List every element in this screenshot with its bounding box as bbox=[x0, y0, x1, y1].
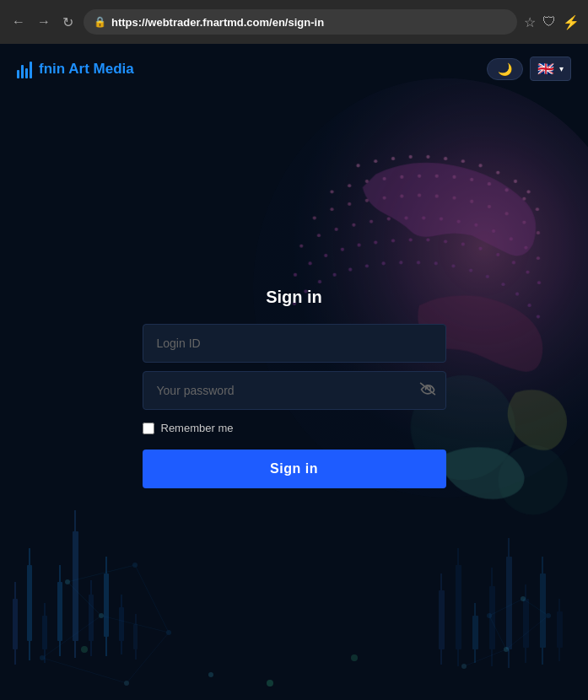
svg-point-8 bbox=[478, 164, 482, 167]
svg-point-17 bbox=[418, 175, 421, 178]
svg-point-54 bbox=[294, 273, 297, 277]
forward-button[interactable]: → bbox=[34, 13, 54, 31]
svg-point-164 bbox=[351, 654, 358, 661]
svg-point-74 bbox=[348, 267, 352, 271]
svg-rect-106 bbox=[90, 639, 92, 656]
browser-nav-buttons: ← → ↻ bbox=[8, 13, 77, 32]
svg-point-37 bbox=[522, 221, 526, 224]
svg-rect-89 bbox=[13, 599, 18, 649]
svg-rect-130 bbox=[508, 648, 510, 668]
svg-rect-117 bbox=[440, 573, 442, 592]
svg-rect-127 bbox=[491, 648, 493, 666]
remember-me-checkbox[interactable] bbox=[143, 423, 154, 434]
password-input[interactable] bbox=[143, 371, 446, 410]
svg-point-62 bbox=[426, 238, 429, 241]
svg-point-52 bbox=[524, 246, 527, 250]
logo-bars-icon bbox=[17, 60, 32, 78]
svg-rect-139 bbox=[558, 646, 560, 661]
logo-bar-2 bbox=[21, 65, 24, 78]
signin-button[interactable]: Sign in bbox=[143, 450, 446, 488]
signin-title: Sign in bbox=[143, 288, 446, 307]
svg-rect-105 bbox=[90, 580, 92, 596]
svg-point-6 bbox=[444, 157, 447, 160]
svg-point-85 bbox=[527, 304, 531, 307]
svg-point-63 bbox=[444, 240, 447, 243]
svg-point-3 bbox=[391, 157, 395, 160]
svg-point-82 bbox=[486, 275, 489, 278]
svg-rect-129 bbox=[508, 538, 510, 558]
svg-point-78 bbox=[417, 261, 420, 264]
dark-mode-toggle[interactable]: 🌙 bbox=[487, 58, 523, 80]
language-selector[interactable]: 🇬🇧 ▾ bbox=[530, 57, 571, 81]
svg-rect-137 bbox=[557, 611, 563, 648]
extensions-button[interactable]: ⚡ bbox=[563, 14, 580, 30]
dropdown-arrow-icon: ▾ bbox=[559, 64, 564, 73]
svg-rect-125 bbox=[489, 586, 495, 649]
shield-button[interactable]: 🛡 bbox=[542, 14, 556, 30]
svg-rect-110 bbox=[119, 607, 124, 641]
header-right: 🌙 🇬🇧 ▾ bbox=[487, 57, 571, 81]
svg-point-40 bbox=[317, 234, 321, 237]
svg-point-88 bbox=[498, 445, 568, 515]
svg-point-32 bbox=[435, 194, 439, 197]
svg-line-145 bbox=[67, 565, 135, 582]
svg-point-155 bbox=[124, 681, 129, 686]
svg-point-42 bbox=[352, 223, 355, 227]
back-button[interactable]: ← bbox=[8, 13, 29, 31]
svg-point-28 bbox=[365, 199, 369, 202]
svg-point-26 bbox=[330, 207, 333, 211]
svg-point-59 bbox=[374, 240, 377, 244]
svg-point-10 bbox=[514, 180, 517, 183]
svg-point-11 bbox=[526, 190, 530, 193]
svg-point-18 bbox=[435, 175, 439, 178]
svg-rect-93 bbox=[29, 548, 30, 567]
logo-text: fnin Art Media bbox=[39, 61, 134, 78]
svg-point-159 bbox=[546, 613, 551, 618]
address-bar[interactable]: 🔒 https://webtrader.fnartmd.com/en/sign-… bbox=[84, 9, 517, 35]
svg-rect-126 bbox=[491, 568, 493, 588]
svg-point-43 bbox=[370, 220, 373, 223]
svg-rect-94 bbox=[29, 639, 30, 660]
svg-rect-138 bbox=[558, 599, 560, 613]
svg-point-66 bbox=[496, 253, 499, 256]
remember-me-label[interactable]: Remember me bbox=[161, 422, 234, 434]
url-text: https://webtrader.fnartmd.com/en/sign-in bbox=[111, 16, 324, 29]
browser-actions: ☆ 🛡 ⚡ bbox=[524, 14, 580, 30]
svg-point-81 bbox=[469, 269, 472, 272]
svg-rect-136 bbox=[542, 646, 543, 665]
svg-point-69 bbox=[537, 281, 541, 284]
login-id-input[interactable] bbox=[143, 324, 446, 363]
browser-chrome: ← → ↻ 🔒 https://webtrader.fnartmd.com/en… bbox=[0, 0, 588, 44]
svg-point-1 bbox=[356, 164, 359, 167]
lock-icon: 🔒 bbox=[94, 16, 106, 28]
toggle-password-visibility-button[interactable] bbox=[419, 381, 436, 400]
svg-rect-115 bbox=[135, 648, 137, 660]
bookmark-button[interactable]: ☆ bbox=[524, 14, 536, 30]
refresh-button[interactable]: ↻ bbox=[59, 13, 77, 32]
svg-point-48 bbox=[457, 220, 461, 223]
svg-point-67 bbox=[512, 261, 515, 264]
svg-point-77 bbox=[399, 261, 402, 264]
svg-point-21 bbox=[488, 182, 491, 186]
svg-point-57 bbox=[341, 248, 344, 251]
svg-rect-124 bbox=[474, 648, 476, 663]
svg-rect-121 bbox=[457, 648, 459, 666]
svg-rect-92 bbox=[27, 565, 32, 641]
svg-point-30 bbox=[400, 194, 403, 197]
svg-rect-132 bbox=[525, 584, 526, 600]
svg-point-2 bbox=[374, 159, 377, 163]
logo-highlight: fn bbox=[39, 61, 52, 77]
svg-rect-128 bbox=[506, 557, 512, 649]
svg-rect-96 bbox=[44, 603, 46, 617]
logo-bar-1 bbox=[17, 70, 19, 78]
svg-point-152 bbox=[40, 655, 45, 660]
svg-point-29 bbox=[383, 197, 386, 200]
logo: fnin Art Media bbox=[17, 60, 134, 78]
svg-line-142 bbox=[127, 633, 169, 683]
password-field-wrapper bbox=[143, 371, 446, 410]
remember-me-row: Remember me bbox=[143, 422, 446, 434]
svg-rect-114 bbox=[135, 614, 137, 626]
svg-point-75 bbox=[365, 264, 369, 267]
svg-rect-111 bbox=[121, 595, 122, 609]
svg-point-45 bbox=[404, 216, 407, 219]
